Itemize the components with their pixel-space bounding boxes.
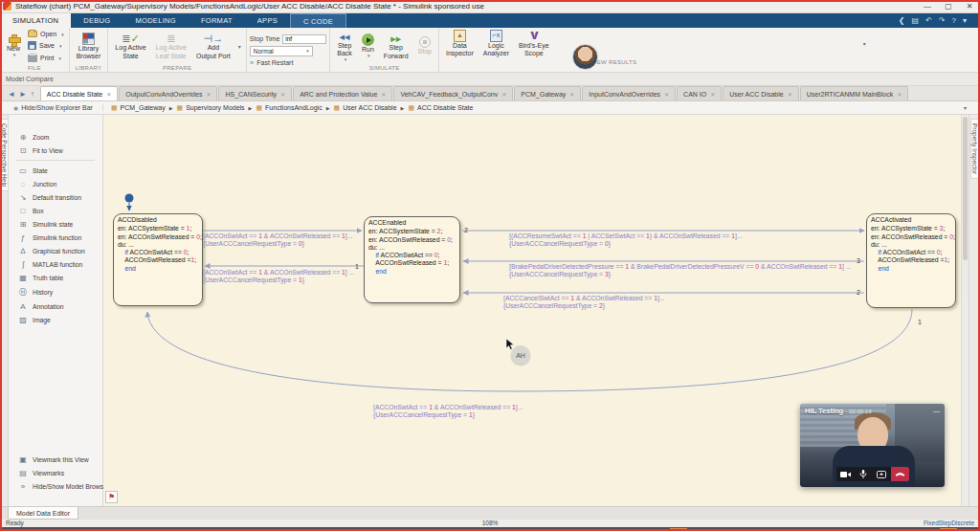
close-button[interactable]: ✕ <box>959 2 980 11</box>
step-forward-button[interactable]: ▸▸ Step Forward <box>380 29 412 64</box>
palette-item-state[interactable]: ▭State <box>9 164 102 177</box>
redo-icon[interactable]: ↷ <box>939 16 946 25</box>
fast-restart-toggle[interactable]: Fast Restart <box>256 59 293 66</box>
close-tab-icon[interactable]: ✕ <box>501 91 506 98</box>
nav-up-icon[interactable]: ↑ <box>31 90 34 99</box>
webcam-overlay[interactable]: HIL Testing 02:00:19 — <box>800 404 945 487</box>
print-button[interactable]: Print▾ <box>26 55 66 62</box>
help-icon[interactable]: ? <box>952 16 956 25</box>
save-icon[interactable]: ▤ <box>912 16 920 25</box>
webcam-minimize-icon[interactable]: — <box>933 408 940 414</box>
run-button[interactable]: Run▾ <box>358 29 378 64</box>
more-icon[interactable]: ▾ <box>963 16 967 25</box>
ribbon-tab-c-code[interactable]: C CODE <box>290 13 346 28</box>
camera-button[interactable] <box>836 467 855 481</box>
palette-item-junction[interactable]: ◌Junction <box>9 177 102 190</box>
model-compare-panel[interactable]: Model Compare <box>0 73 980 86</box>
step-back-button[interactable]: ◂◂ Step Back▾ <box>333 29 356 64</box>
palette-item-hide-show-model-browser[interactable]: »Hide/Show Model Browser <box>9 479 102 493</box>
palette-item-annotation[interactable]: AAnnotation <box>9 299 102 313</box>
doc-tab-user-acc-disable[interactable]: User ACC Disable✕ <box>723 86 798 100</box>
close-tab-icon[interactable]: ✕ <box>280 91 285 98</box>
explorer-bar-toggle[interactable]: ◉ Hide/Show Explorer Bar <box>0 104 103 111</box>
palette-item-graphical-function[interactable]: ∆Graphical function <box>9 244 102 257</box>
close-tab-icon[interactable]: ✕ <box>569 91 574 98</box>
palette-item-fit-to-view[interactable]: ⊡Fit to View <box>9 144 102 157</box>
close-tab-icon[interactable]: ✕ <box>206 91 211 98</box>
simulation-mode-select[interactable]: Normal▾ <box>250 46 313 56</box>
doc-tab-acc-disable-state[interactable]: ACC Disable State✕ <box>40 86 118 100</box>
prepare-overflow-icon[interactable]: ▾ <box>236 43 243 50</box>
minimize-button[interactable]: — <box>917 2 938 11</box>
stop-time-input[interactable] <box>282 34 326 44</box>
open-button[interactable]: Open▾ <box>26 31 66 37</box>
library-browser-button[interactable]: Library Browser <box>73 29 105 64</box>
ribbon-tab-modeling[interactable]: MODELING <box>122 13 188 28</box>
palette-item-zoom[interactable]: ⊕Zoom <box>9 130 102 144</box>
collapse-ribbon-icon[interactable]: ❮ <box>899 16 905 25</box>
palette-item-history[interactable]: ⒽHistory <box>9 284 102 299</box>
doc-tab-pcm_gateway[interactable]: PCM_Gateway✕ <box>514 86 581 100</box>
breadcrumb-item-2[interactable]: ▦FunctionsAndLogic <box>256 104 322 112</box>
palette-item-matlab-function[interactable]: ∫MATLAB function <box>9 257 102 271</box>
palette-item-image[interactable]: ▨Image <box>9 313 102 326</box>
ribbon-tab-debug[interactable]: DEBUG <box>71 13 122 28</box>
palette-item-default-transition[interactable]: ↘Default transition <box>9 190 102 204</box>
breadcrumb-item-4[interactable]: ▦ACC Disable State <box>408 104 473 112</box>
doc-tab-outputconvandoverrides[interactable]: OutputConvAndOverrides✕ <box>119 86 217 100</box>
doc-tab-hs_cansecurity[interactable]: HS_CANSecurity✕ <box>218 86 292 100</box>
ribbon-tab-format[interactable]: FORMAT <box>189 13 245 28</box>
log-active-leaf-state-button[interactable]: ≣ Log Active Leaf State <box>152 29 190 64</box>
doc-tab-user2rticanmm-mainblock[interactable]: User2RTICANMM MainBlock✕ <box>800 86 909 100</box>
stop-button[interactable]: Stop <box>414 29 435 64</box>
close-tab-icon[interactable]: ✕ <box>710 91 715 98</box>
ribbon-tab-simulation[interactable]: SIMULATION <box>0 13 71 28</box>
undo-icon[interactable]: ↶ <box>925 16 932 25</box>
breadcrumb-item-1[interactable]: ▦Supervisory Models <box>177 104 245 112</box>
doc-tab-inputconvandoverrides[interactable]: InputConvAndOverrides✕ <box>582 86 676 100</box>
logic-analyzer-button[interactable]: ⌐x Logic Analyzer <box>479 29 513 58</box>
log-active-state-button[interactable]: ≣✓ Log Active State <box>111 29 149 64</box>
review-overflow-icon[interactable]: ▾ <box>861 40 868 47</box>
stateflow-canvas[interactable]: [ACCOnSwtAct == 1 & ACCOnSwtReleased == … <box>103 115 961 506</box>
state-accactivated[interactable]: ACCActivateden: ACCSystemState = 3;en: A… <box>866 213 956 308</box>
palette-item-simulink-function[interactable]: ƒSimulink function <box>9 231 102 244</box>
microphone-button[interactable] <box>855 467 873 481</box>
doc-tab-can-io[interactable]: CAN IO✕ <box>677 86 722 100</box>
code-perspective-help-tab[interactable]: Code Perspective Help <box>0 115 9 506</box>
palette-item-viewmark-this-view[interactable]: ▣Viewmark this View <box>9 453 102 466</box>
breadcrumb-item-0[interactable]: ▦PCM_Gateway <box>111 104 166 112</box>
close-tab-icon[interactable]: ✕ <box>897 91 902 98</box>
breadcrumb-item-3[interactable]: ▦User ACC Disable <box>334 104 397 112</box>
palette-item-truth-table[interactable]: ▦Truth table <box>9 271 102 284</box>
palette-item-box[interactable]: □Box <box>9 204 102 217</box>
data-inspector-button[interactable]: ▲ Data Inspector <box>442 29 478 58</box>
nav-forward-icon[interactable]: ► <box>19 90 27 99</box>
add-output-port-button[interactable]: ⊣→ Add Output Port <box>192 29 234 64</box>
maximize-button[interactable]: ▢ <box>938 2 959 11</box>
close-tab-icon[interactable]: ✕ <box>788 91 792 98</box>
doc-tab-vehcav_feedback_outputconv[interactable]: VehCAV_Feedback_OutputConv✕ <box>393 86 513 100</box>
doc-tab-arc-and-protection-value[interactable]: ARC and Protection Value✕ <box>293 86 392 100</box>
close-tab-icon[interactable]: ✕ <box>106 91 111 98</box>
transition-activated-to-disabled[interactable] <box>147 309 912 391</box>
property-inspector-tab[interactable]: Property Inspector <box>969 115 980 506</box>
vertical-scrollbar[interactable] <box>961 115 969 506</box>
ribbon-tab-apps[interactable]: APPS <box>245 13 290 28</box>
new-button[interactable]: New▾ <box>3 29 24 64</box>
model-data-editor-tab[interactable]: Model Data Editor <box>8 507 78 520</box>
nav-back-icon[interactable]: ◄ <box>8 90 15 99</box>
save-button[interactable]: Save▾ <box>26 41 66 50</box>
palette-item-viewmarks[interactable]: ▤Viewmarks <box>9 466 102 479</box>
canvas-pin-icon[interactable]: ⚑ <box>105 491 118 503</box>
breadcrumb-dropdown-icon[interactable]: ▾ <box>964 104 967 111</box>
state-accenabled[interactable]: ACCEnableden: ACCSystemState = 2;en: ACC… <box>364 216 460 303</box>
hang-up-button[interactable] <box>891 467 909 481</box>
new-dropdown-icon[interactable]: ▾ <box>13 53 16 58</box>
palette-item-simulink-state[interactable]: ⊞Simulink state <box>9 217 102 231</box>
share-screen-button[interactable] <box>873 467 891 481</box>
close-tab-icon[interactable]: ✕ <box>381 91 386 98</box>
state-accdisabled[interactable]: ACCDisableden: ACCSystemState = 1;en: AC… <box>113 213 203 306</box>
birds-eye-scope-button[interactable]: V Bird's-Eye Scope <box>515 29 553 58</box>
close-tab-icon[interactable]: ✕ <box>664 91 669 98</box>
